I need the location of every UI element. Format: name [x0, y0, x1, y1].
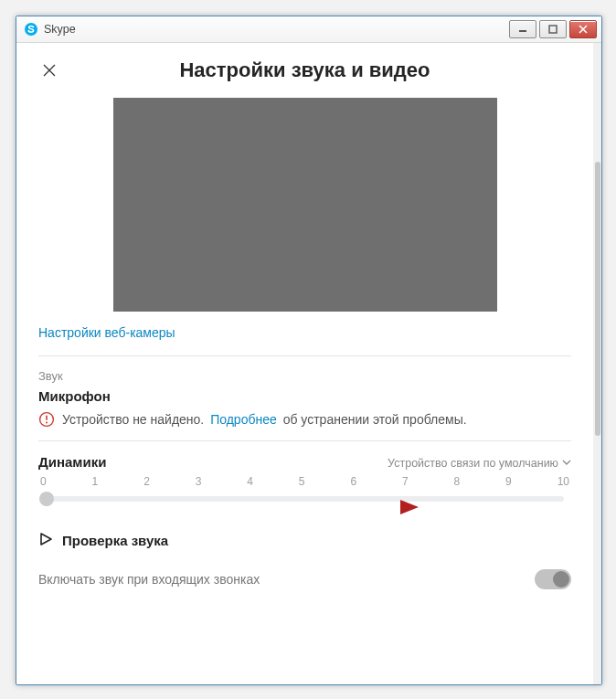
volume-slider[interactable]: 0 1 2 3 4 5 6 7 8 9 10	[38, 475, 571, 506]
maximize-button[interactable]	[539, 20, 567, 38]
divider	[38, 440, 571, 441]
webcam-settings-link[interactable]: Настройки веб-камеры	[38, 325, 175, 340]
window-close-button[interactable]	[569, 20, 597, 38]
mic-not-found-text: Устройство не найдено.	[62, 412, 204, 427]
skype-icon	[24, 22, 38, 37]
svg-marker-8	[41, 534, 51, 545]
slider-ticks: 0 1 2 3 4 5 6 7 8 9 10	[38, 475, 571, 488]
speakers-device-select[interactable]: Устройство связи по умолчанию	[388, 457, 571, 470]
audio-section-label: Звук	[38, 369, 571, 383]
ring-toggle-label: Включать звук при входящих звонках	[38, 572, 260, 587]
learn-more-link[interactable]: Подробнее	[210, 412, 277, 427]
video-preview	[113, 98, 497, 312]
window-frame: Skype Настройки звука и	[16, 16, 602, 685]
play-icon	[38, 532, 53, 549]
svg-rect-4	[46, 416, 48, 420]
alert-icon	[38, 411, 55, 428]
speakers-heading: Динамики	[38, 454, 106, 470]
scrollbar-thumb[interactable]	[595, 162, 600, 436]
titlebar[interactable]: Skype	[16, 16, 601, 43]
page-title: Настройки звука и видео	[38, 58, 571, 82]
svg-rect-1	[519, 30, 526, 32]
test-audio-button[interactable]: Проверка звука	[38, 532, 571, 549]
chevron-down-icon	[562, 457, 571, 470]
microphone-heading: Микрофон	[38, 388, 571, 404]
svg-point-5	[46, 422, 48, 424]
test-audio-label: Проверка звука	[62, 533, 168, 548]
speakers-device-label: Устройство связи по умолчанию	[388, 457, 558, 470]
scrollbar[interactable]	[593, 43, 601, 684]
slider-thumb[interactable]	[39, 492, 54, 506]
ring-toggle[interactable]	[535, 569, 571, 589]
minimize-button[interactable]	[509, 20, 536, 38]
divider	[38, 355, 571, 356]
mic-not-found-suffix: об устранении этой проблемы.	[283, 412, 467, 427]
window-title: Skype	[44, 23, 76, 36]
svg-rect-2	[549, 26, 557, 33]
microphone-alert: Устройство не найдено. Подробнее об устр…	[38, 411, 571, 428]
